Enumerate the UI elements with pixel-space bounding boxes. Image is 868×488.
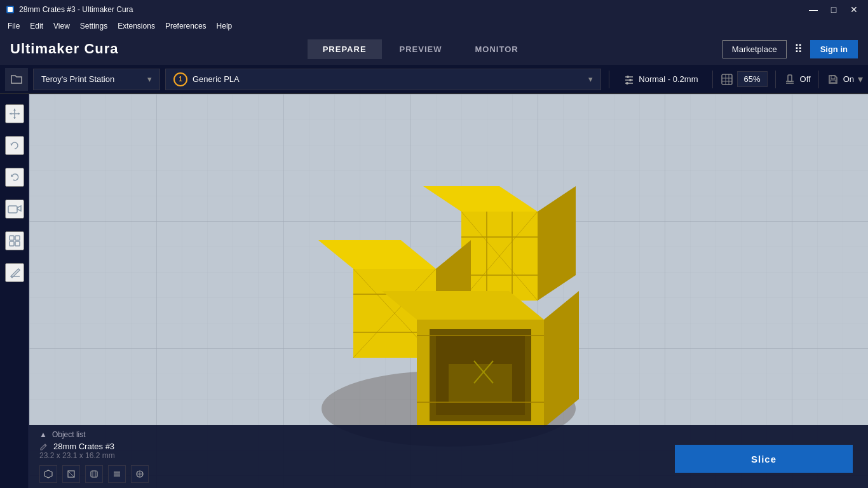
wireframe-view-button[interactable] (62, 465, 80, 483)
header-right: Marketplace ⠿ Sign in (722, 39, 858, 58)
separator (609, 71, 609, 88)
object-name: 28mm Crates #3 (53, 442, 114, 451)
undo-button[interactable] (5, 168, 24, 187)
x-ray-view-button[interactable] (85, 465, 103, 483)
logo-bold: Cura (84, 41, 118, 57)
menu-preferences[interactable]: Preferences (160, 20, 212, 32)
save-icon (827, 73, 839, 86)
signin-button[interactable]: Sign in (810, 40, 858, 58)
logo: Ultimaker Cura (10, 41, 119, 57)
object-list-label: Object list (52, 430, 86, 439)
eraser-icon (8, 266, 21, 279)
printer-select[interactable]: Teroy's Print Station ▾ (33, 69, 160, 90)
svg-marker-27 (17, 206, 21, 211)
svg-rect-13 (788, 75, 792, 81)
solid-cube-icon (44, 470, 53, 478)
separator3 (775, 71, 776, 88)
svg-marker-24 (10, 144, 13, 146)
support-toggle-area: Off (783, 73, 811, 86)
svg-marker-20 (13, 109, 16, 111)
svg-marker-21 (13, 117, 16, 119)
slice-button[interactable]: Slice (675, 445, 853, 473)
tab-preview[interactable]: PREVIEW (384, 39, 458, 59)
solid-view-button[interactable] (39, 465, 57, 483)
svg-marker-66 (44, 470, 52, 478)
logo-light: Ultimaker (10, 41, 79, 57)
svg-rect-26 (8, 206, 17, 213)
svg-rect-30 (10, 241, 14, 246)
support-eraser-button[interactable] (5, 263, 24, 282)
app-icon (5, 4, 15, 15)
quality-settings-button[interactable]: Normal - 0.2mm (617, 71, 704, 88)
move-tool-button[interactable] (5, 104, 24, 123)
close-button[interactable]: ✕ (845, 3, 863, 16)
rotate-icon (8, 139, 21, 152)
svg-marker-39 (423, 186, 538, 212)
save-area[interactable]: On ▾ (827, 73, 863, 86)
toolbar2: Teroy's Print Station ▾ 1 Generic PLA ▾ … (0, 65, 868, 94)
maximize-button[interactable]: □ (825, 3, 843, 16)
menu-extensions[interactable]: Extensions (112, 20, 160, 32)
svg-line-68 (68, 471, 74, 477)
svg-marker-40 (538, 186, 576, 301)
save-label: On (843, 74, 854, 84)
svg-rect-1 (8, 7, 13, 12)
material-name: Generic PLA (193, 74, 240, 84)
svg-rect-69 (91, 471, 97, 477)
xray-icon (90, 470, 98, 478)
edit-object-icon (39, 442, 48, 451)
menu-bar: File Edit View Settings Extensions Prefe… (0, 19, 868, 33)
svg-rect-31 (15, 241, 20, 246)
svg-rect-17 (831, 80, 836, 83)
svg-point-5 (629, 79, 632, 81)
menu-view[interactable]: View (48, 20, 75, 32)
folder-icon (10, 74, 23, 85)
support-label: Off (800, 74, 811, 84)
save-dropdown-icon[interactable]: ▾ (858, 73, 863, 85)
svg-point-7 (626, 82, 628, 85)
top-view-icon (135, 470, 144, 478)
object-list-header[interactable]: ▲ Object list (39, 430, 858, 439)
collapse-icon: ▲ (39, 430, 47, 439)
layer-view-button[interactable] (108, 465, 126, 483)
marketplace-button[interactable]: Marketplace (722, 40, 787, 58)
menu-file[interactable]: File (3, 20, 25, 32)
apps-grid-icon[interactable]: ⠿ (792, 39, 805, 58)
separator2 (712, 71, 713, 88)
menu-edit[interactable]: Edit (25, 20, 48, 32)
support-icon (783, 73, 796, 86)
camera-tool-button[interactable] (5, 200, 24, 219)
rotate-tool-button[interactable] (5, 136, 24, 155)
solid-density-area: 65% (721, 71, 768, 87)
svg-marker-22 (10, 112, 11, 115)
printer-name: Teroy's Print Station (41, 74, 114, 84)
svg-rect-8 (722, 74, 732, 85)
sliders-icon (623, 74, 635, 85)
svg-rect-29 (15, 236, 20, 240)
group-icon (8, 234, 21, 247)
separator4 (818, 71, 819, 88)
3d-viewport[interactable]: ▲ Object list 28mm Crates #3 23.2 x 23.1… (29, 94, 868, 488)
title-bar-controls: — □ ✕ (804, 3, 863, 16)
title-bar-left: 28mm Crates #3 - Ultimaker Cura (5, 4, 133, 15)
title-bar: 28mm Crates #3 - Ultimaker Cura — □ ✕ (0, 0, 868, 19)
minimize-button[interactable]: — (804, 3, 822, 16)
wireframe-icon (67, 470, 76, 478)
printer-chevron-icon: ▾ (147, 74, 152, 84)
material-chevron-icon: ▾ (588, 74, 593, 84)
move-icon (8, 107, 21, 120)
material-select[interactable]: 1 Generic PLA ▾ (165, 69, 601, 90)
svg-point-3 (627, 76, 629, 78)
tab-monitor[interactable]: MONITOR (460, 39, 534, 59)
svg-rect-28 (10, 236, 14, 240)
top-view-button[interactable] (131, 465, 149, 483)
left-panel (0, 94, 29, 488)
group-tool-button[interactable] (5, 231, 24, 250)
open-folder-button[interactable] (5, 68, 28, 91)
infill-percent[interactable]: 65% (737, 71, 768, 87)
menu-help[interactable]: Help (212, 20, 238, 32)
viewport-container: ▲ Object list 28mm Crates #3 23.2 x 23.1… (0, 94, 868, 488)
menu-settings[interactable]: Settings (75, 20, 112, 32)
tab-prepare[interactable]: PREPARE (308, 39, 382, 59)
camera-icon (8, 204, 22, 214)
